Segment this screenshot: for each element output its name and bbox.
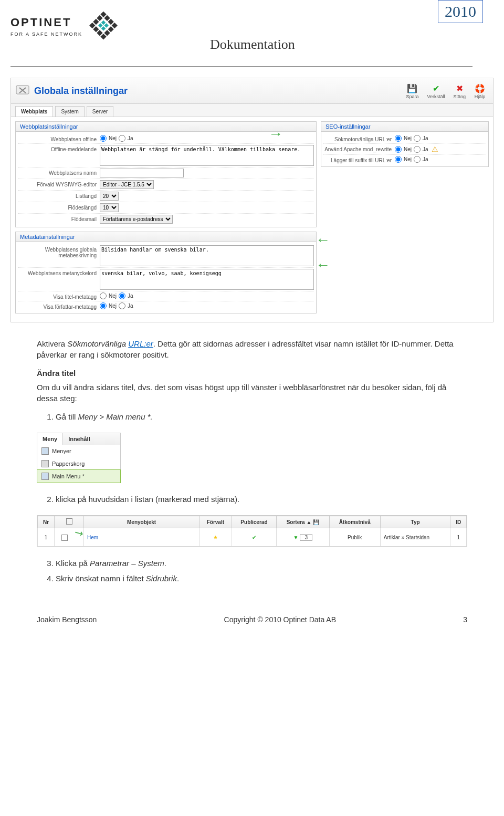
document-header: OPTINET FOR A SAFE NETWORK Dokumentation…	[0, 0, 504, 63]
col-nr[interactable]: Nr	[38, 516, 55, 528]
radio-showauthor-yes[interactable]	[119, 302, 125, 309]
radio-offline-yes[interactable]	[119, 135, 125, 142]
radio-showauthor-no[interactable]	[100, 302, 107, 309]
col-menuitem[interactable]: Menyobjekt	[84, 516, 200, 528]
save-button[interactable]: 💾Spara	[403, 81, 422, 100]
tab-server[interactable]: Server	[87, 106, 113, 117]
menu-icon	[41, 473, 49, 480]
col-published[interactable]: Publicerad	[232, 516, 276, 528]
radio-rewrite-yes[interactable]	[414, 146, 421, 153]
label-suffix: Lägger till suffix till URL:er	[323, 156, 392, 163]
svg-rect-0	[100, 12, 106, 17]
svg-rect-1	[104, 15, 110, 21]
feedlen-select[interactable]: 10	[100, 203, 119, 212]
label-metadesc: Webbplatsens globala metabeskrivning	[18, 245, 97, 258]
body-text: klicka på huvudsidan i listan (markerad …	[37, 494, 467, 505]
col-sort[interactable]: Sortera ▲ 💾	[277, 516, 330, 528]
label-metakeys: Webbplatsens metanyckelord	[18, 269, 97, 276]
col-access[interactable]: Åtkomstnivå	[329, 516, 380, 528]
list-item: Gå till Meny > Main menu *.	[56, 411, 467, 422]
published-icon[interactable]: ✔	[252, 535, 256, 540]
radio-rewrite-no[interactable]	[395, 146, 402, 153]
label-feedmail: Flödesmail	[18, 215, 97, 222]
tab-site[interactable]: Webbplats	[15, 106, 53, 117]
apply-button[interactable]: ✔Verkställ	[424, 81, 448, 100]
radio-offline-no[interactable]	[100, 135, 107, 142]
menu-item-papperskorg[interactable]: Papperskorg	[37, 457, 120, 470]
sitename-input[interactable]	[100, 169, 184, 177]
heading-andra-titel: Ändra titel	[37, 368, 467, 379]
cell-type: Artiklar » Startsidan	[380, 528, 450, 547]
svg-rect-9	[93, 26, 99, 32]
menu-item-mainmenu[interactable]: Main Menu *	[37, 469, 121, 483]
col-type[interactable]: Typ	[380, 516, 450, 528]
save-icon: 💾	[406, 82, 418, 94]
label-editor: Förvald WYSIWYG-editor	[18, 180, 97, 187]
col-default[interactable]: Förvalt	[200, 516, 232, 528]
col-id[interactable]: ID	[450, 516, 467, 528]
admin-header: Globala inställningar 💾Spara ✔Verkställ …	[11, 78, 493, 104]
help-button[interactable]: 🛟Hjälp	[471, 81, 489, 100]
radio-suffix-no[interactable]	[395, 156, 402, 163]
svg-rect-15	[101, 26, 106, 30]
svg-rect-2	[108, 19, 114, 25]
list-item: Klicka på Parametrar – System.	[56, 558, 467, 569]
menu-item-menyer[interactable]: Menyer	[37, 445, 120, 457]
listlen-select[interactable]: 20	[100, 192, 119, 201]
radio-showtitle-no[interactable]	[100, 292, 107, 299]
svg-rect-7	[104, 30, 110, 36]
label-offline-msg: Offline-meddelande	[18, 145, 97, 152]
trash-icon	[41, 460, 49, 467]
svg-rect-11	[100, 34, 106, 39]
panel-header: SEO-inställningar	[321, 122, 488, 132]
svg-rect-14	[98, 23, 102, 27]
metadata-panel: Metadatainställningar Webbplatsens globa…	[15, 232, 317, 313]
footer-copyright: Copyright © 2010 Optinet Data AB	[224, 615, 336, 624]
metakeys-textarea[interactable]: svenska bilar, volvo, saab, koenigsegg	[100, 269, 314, 290]
menu-tab-innehall[interactable]: Innehåll	[63, 433, 96, 445]
label-offline: Webbplatsen offline	[18, 135, 97, 142]
body-text: Aktivera Sökmotorvänliga URL:er. Detta g…	[37, 338, 467, 422]
feedmail-select[interactable]: Författarens e-postadress	[100, 215, 173, 224]
svg-rect-6	[93, 19, 99, 25]
url-link[interactable]: URL:er	[128, 339, 153, 348]
svg-rect-3	[112, 23, 118, 28]
label-feedlen: Flödeslängd	[18, 203, 97, 211]
cell-nr: 1	[38, 528, 55, 547]
check-icon: ✔	[430, 82, 442, 94]
row-checkbox[interactable]	[61, 535, 68, 541]
close-button[interactable]: ✖Stäng	[450, 81, 469, 100]
metadesc-textarea[interactable]: Bilsidan handlar om svenska bilar.	[100, 245, 314, 266]
label-showtitle: Visa titel-metatagg	[18, 292, 97, 300]
offline-message-textarea[interactable]: Webbplatsen är stängd för underhåll. Väl…	[100, 145, 314, 166]
tab-system[interactable]: System	[55, 106, 84, 117]
radio-sef-yes[interactable]	[414, 135, 421, 142]
panel-header: Metadatainställningar	[16, 232, 316, 242]
cell-access[interactable]: Publik	[329, 528, 380, 547]
help-icon: 🛟	[474, 82, 486, 94]
sort-input[interactable]: 3	[300, 534, 312, 541]
list-item: Skriv önskat namn i fältet Sidrubrik.	[56, 573, 467, 584]
label-showauthor: Visa författar-metatagg	[18, 302, 97, 310]
save-order-icon[interactable]: 💾	[313, 519, 319, 525]
close-icon: ✖	[454, 82, 465, 94]
radio-showtitle-yes[interactable]	[119, 292, 125, 299]
svg-rect-4	[97, 15, 102, 21]
editor-select[interactable]: Editor - JCE 1.5.5	[100, 180, 154, 189]
paragraph: Om du vill ändra sidans titel, dvs. det …	[37, 382, 467, 404]
label-sitename: Webbplatsens namn	[18, 169, 97, 176]
checkbox-all[interactable]	[66, 518, 72, 525]
menu-icon	[41, 447, 49, 455]
svg-rect-8	[89, 23, 95, 28]
menu-tab-meny[interactable]: Meny	[37, 433, 63, 445]
label-sef: Sökmotorvänliga URL:er	[323, 135, 392, 142]
radio-sef-no[interactable]	[395, 135, 402, 142]
table-row: 1 ↘ Hem ★ ✔ ▼ 3 Publik Artiklar » Starts…	[38, 528, 467, 547]
orderdown-icon[interactable]: ▼	[293, 535, 299, 540]
footer-pagenum: 3	[463, 615, 467, 624]
admin-screenshot: Globala inställningar 💾Spara ✔Verkställ …	[10, 78, 494, 322]
radio-suffix-yes[interactable]	[414, 156, 421, 163]
header-separator	[10, 66, 472, 67]
menuitem-link[interactable]: Hem	[87, 535, 98, 540]
arrow-icon: →	[268, 125, 283, 142]
